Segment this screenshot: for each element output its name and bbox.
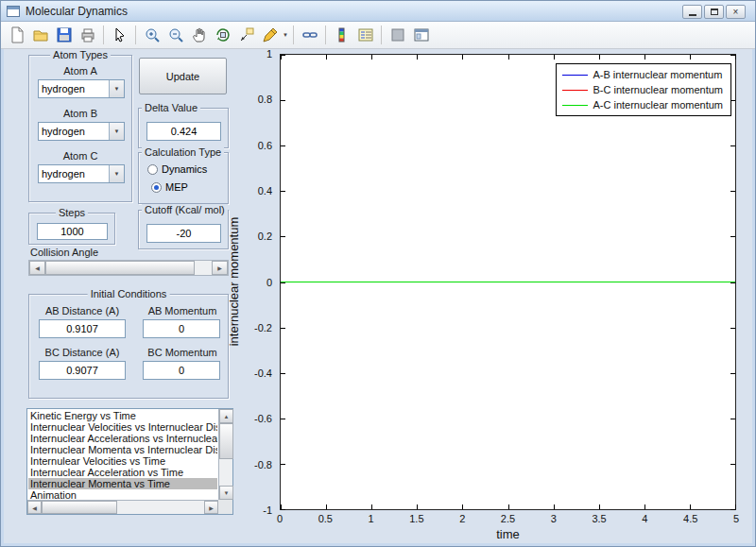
steps-title: Steps	[56, 207, 88, 218]
bc-momentum-input[interactable]	[143, 361, 220, 380]
tick-mark	[735, 55, 736, 60]
insert-legend-icon[interactable]	[354, 25, 376, 46]
show-plot-tools-dock-icon[interactable]	[410, 25, 432, 46]
cutoff-panel: Cutoff (Kcal/ mol)	[138, 210, 229, 249]
atom-a-select[interactable]: hydrogen ▼	[38, 79, 125, 98]
zoom-in-icon[interactable]	[141, 25, 163, 46]
slider-thumb[interactable]	[45, 261, 195, 275]
open-file-icon[interactable]	[29, 25, 51, 46]
scroll-left-arrow-icon[interactable]: ◀	[27, 501, 42, 514]
chart-legend[interactable]: A-B internuclear momentumB-C internuclea…	[556, 63, 731, 116]
listbox-horizontal-scrollbar[interactable]: ◀ ▶	[27, 500, 218, 514]
tick-mark	[462, 504, 463, 509]
close-button[interactable]: ×	[726, 5, 746, 19]
tick-mark	[326, 55, 327, 60]
maximize-button[interactable]	[704, 5, 724, 19]
listbox-vertical-scrollbar[interactable]: ▲ ▼	[218, 409, 232, 500]
insert-colorbar-icon[interactable]	[331, 25, 352, 46]
atom-c-select[interactable]: hydrogen ▼	[38, 164, 125, 183]
tick-mark	[281, 191, 285, 192]
tick-mark	[371, 55, 372, 60]
delta-value-panel: Delta Value	[138, 108, 229, 148]
new-figure-icon[interactable]	[6, 25, 27, 46]
x-tick-label: 5	[733, 513, 739, 524]
hide-plot-tools-icon[interactable]	[387, 25, 408, 46]
list-item[interactable]: Internuclear Velocities vs Internuclear …	[28, 421, 217, 433]
list-item[interactable]: Internuclear Momenta vs Internuclear Dis…	[28, 444, 217, 455]
tick-mark	[690, 504, 691, 509]
rotate-3d-icon[interactable]	[212, 25, 233, 46]
delta-value-input[interactable]	[146, 122, 221, 141]
app-icon	[7, 6, 20, 17]
tick-mark	[281, 464, 285, 465]
tick-mark	[281, 328, 285, 329]
scroll-right-arrow-icon[interactable]: ▶	[204, 501, 218, 514]
horizontal-scroll-thumb[interactable]	[42, 501, 117, 514]
pan-icon[interactable]	[188, 25, 210, 46]
scroll-up-arrow-icon[interactable]: ▲	[219, 409, 233, 423]
tick-mark	[554, 55, 555, 60]
data-cursor-icon[interactable]	[235, 25, 257, 46]
window-title: Molecular Dynamics	[26, 5, 128, 18]
x-tick-label: 2	[459, 513, 465, 524]
cutoff-input[interactable]	[146, 224, 221, 243]
tick-mark	[371, 504, 372, 509]
tick-mark	[730, 100, 735, 101]
atom-b-select[interactable]: hydrogen ▼	[38, 122, 125, 141]
radio-circle-icon[interactable]	[151, 182, 162, 193]
x-tick-label: 4.5	[683, 513, 697, 524]
list-item[interactable]: Animation	[28, 489, 217, 499]
bc-distance-input[interactable]	[39, 361, 126, 380]
list-item[interactable]: Internulear Velocities vs Time	[28, 455, 217, 467]
tick-mark	[281, 509, 285, 510]
radio-mep[interactable]: MEP	[151, 181, 188, 193]
brush-data-icon[interactable]	[259, 25, 281, 46]
legend-entry: A-B internuclear momentum	[560, 67, 727, 82]
y-tick-label: 0.4	[258, 185, 272, 197]
calculation-type-title: Calculation Type	[142, 146, 224, 158]
list-item[interactable]: Kinetic Energy vs Time	[28, 410, 217, 421]
y-tick-labels: -1-0.8-0.6-0.4-0.200.20.40.60.81	[242, 54, 276, 510]
plot-type-listbox[interactable]: Kinetic Energy vs TimeInternuclear Veloc…	[26, 408, 233, 515]
vertical-scroll-thumb[interactable]	[219, 423, 233, 459]
radio-circle-icon[interactable]	[147, 164, 158, 175]
steps-input[interactable]	[37, 223, 108, 240]
list-item[interactable]: Internuclear Accelerations vs Internucle…	[28, 433, 217, 444]
list-item[interactable]: Internuclear Acceleration vs Time	[28, 467, 217, 478]
ab-distance-input[interactable]	[39, 319, 126, 338]
scroll-down-arrow-icon[interactable]: ▼	[219, 486, 233, 500]
ab-momentum-input[interactable]	[143, 319, 220, 338]
tick-mark	[730, 373, 735, 374]
slider-track[interactable]	[195, 261, 212, 275]
y-tick-label: -0.6	[254, 413, 272, 424]
zoom-out-icon[interactable]	[164, 25, 186, 46]
listbox-items[interactable]: Kinetic Energy vs TimeInternuclear Veloc…	[28, 410, 217, 499]
chevron-down-icon[interactable]: ▼	[109, 123, 124, 140]
tick-mark	[599, 55, 600, 60]
titlebar: Molecular Dynamics ×	[1, 1, 755, 22]
x-tick-label: 4	[642, 513, 647, 524]
edit-plot-icon[interactable]	[109, 25, 130, 46]
toolbar: ▼	[1, 22, 755, 49]
tick-mark	[326, 504, 327, 509]
chevron-down-icon[interactable]: ▼	[109, 80, 124, 97]
x-tick-label: 3	[551, 513, 557, 524]
tick-mark	[730, 236, 735, 237]
print-figure-icon[interactable]	[77, 25, 98, 46]
ab-distance-label: AB Distance (A)	[29, 305, 135, 316]
slider-right-arrow-icon[interactable]: ▶	[212, 261, 228, 275]
link-plot-icon[interactable]	[299, 25, 320, 46]
update-button[interactable]: Update	[139, 58, 227, 94]
slider-left-arrow-icon[interactable]: ◀	[29, 261, 45, 275]
list-item[interactable]: Internuclear Momenta vs Time	[28, 478, 217, 489]
save-figure-icon[interactable]	[53, 25, 75, 46]
radio-dynamics[interactable]: Dynamics	[147, 163, 207, 175]
horizontal-scroll-track[interactable]	[117, 501, 204, 514]
tick-mark	[730, 191, 735, 192]
collision-angle-slider[interactable]: ◀ ▶	[28, 260, 229, 276]
chevron-down-icon[interactable]: ▼	[109, 165, 124, 182]
minimize-button[interactable]	[682, 5, 702, 19]
plot-area[interactable]: A-B internuclear momentumB-C internuclea…	[280, 54, 736, 510]
x-tick-label: 1.5	[409, 513, 423, 524]
brush-dropdown-icon[interactable]: ▼	[282, 32, 289, 38]
